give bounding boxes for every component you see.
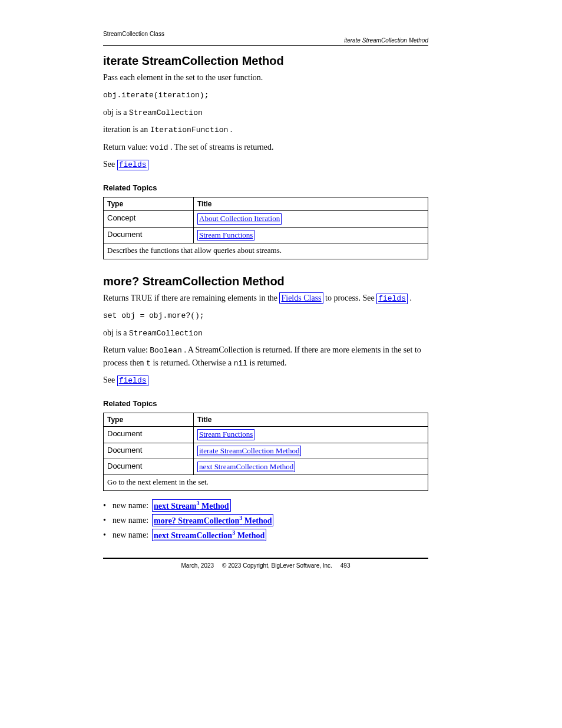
footer-date: March, 2023 <box>181 562 214 569</box>
footer-page: 493 <box>340 562 351 569</box>
iterate-iteration-tail: . <box>230 125 233 134</box>
row-desc-2: Go to the next element in the set. <box>107 477 424 487</box>
bullet-3-pre: new name: <box>113 529 148 541</box>
related-topics-2: Related Topics <box>103 399 428 408</box>
table-row: Go to the next element in the set. <box>104 475 428 491</box>
more-signature: set obj = obj.more?(); <box>103 311 204 320</box>
row-type-1-1: Document <box>104 227 194 243</box>
more-return-type: Boolean <box>150 346 182 355</box>
table-row: Document next StreamCollection Method <box>104 459 428 475</box>
more-return-after: is returned. <box>250 358 287 367</box>
bullet-icon <box>103 529 109 541</box>
table-row: Document Stream Functions <box>104 227 428 243</box>
bullet-icon <box>103 514 109 526</box>
more-obj-type: StreamCollection <box>129 329 203 338</box>
col-title-2: Title <box>194 413 428 427</box>
link-stream-functions-2[interactable]: Stream Functions <box>197 429 254 440</box>
section-iterate-title: iterate StreamCollection Method <box>103 54 428 68</box>
related-topics-1: Related Topics <box>103 183 428 192</box>
col-title-1: Title <box>194 197 428 211</box>
col-type-1: Type <box>104 197 194 211</box>
iterate-return-lead: Return value: <box>103 143 150 151</box>
bullet-2-pre: new name: <box>113 514 148 526</box>
link-next-method[interactable]: next StreamCollection Method <box>197 462 295 472</box>
link-fields-2[interactable]: fields <box>376 294 408 304</box>
iterate-obj-lead: obj is a <box>103 108 129 117</box>
iterate-see-label: See <box>103 160 117 169</box>
header-right: iterate StreamCollection Method <box>103 37 428 44</box>
table-row: Document iterate StreamCollection Method <box>104 443 428 459</box>
link-fields-1[interactable]: fields <box>117 160 148 170</box>
iterate-return-tail: . The set of streams is returned. <box>170 143 273 151</box>
more-desc-3: . <box>409 294 412 302</box>
row-desc-1: Describes the functions that allow queri… <box>107 246 424 255</box>
iterate-desc: Pass each element in the set to the user… <box>103 71 428 84</box>
iterate-related-table: Type Title Concept About Collection Iter… <box>103 197 428 259</box>
link-collection-iteration[interactable]: About Collection Iteration <box>197 213 282 224</box>
more-desc-2: to process. See <box>325 294 376 302</box>
link-iterate-method[interactable]: iterate StreamCollection Method <box>197 446 301 456</box>
row-type-2-1: Document <box>104 443 194 459</box>
link-next-streamcollection[interactable]: next StreamCollection3 Method <box>152 529 266 541</box>
table-row: Document Stream Functions <box>104 427 428 443</box>
row-type-2-2: Document <box>104 459 194 475</box>
row-type-1-0: Concept <box>104 211 194 227</box>
more-return-lead: Return value: <box>103 345 150 354</box>
more-return-t: t <box>146 359 151 368</box>
iterate-iteration-lead: iteration is an <box>103 125 150 134</box>
iterate-iteration-type: IterationFunction <box>150 126 229 134</box>
link-fields-class[interactable]: Fields Class <box>279 292 323 304</box>
table-row: Concept About Collection Iteration <box>104 211 428 227</box>
iterate-return-void: void <box>150 143 168 152</box>
section-more-title: more? StreamCollection Method <box>103 275 428 288</box>
iterate-obj-type: StreamCollection <box>129 108 203 117</box>
footer-copyright: © 2023 Copyright, BigLever Software, Inc… <box>222 562 332 569</box>
iterate-signature: obj.iterate(iteration); <box>103 91 209 100</box>
more-see-label: See <box>103 375 117 384</box>
link-fields-3[interactable]: fields <box>117 375 148 386</box>
table-row: Describes the functions that allow queri… <box>104 243 428 259</box>
more-desc-1: Returns TRUE if there are remaining elem… <box>103 294 279 302</box>
col-type-2: Type <box>104 413 194 427</box>
link-stream-functions-1[interactable]: Stream Functions <box>197 230 254 241</box>
more-obj-lead: obj is a <box>103 328 129 337</box>
footer-rule <box>103 558 428 559</box>
more-related-table: Type Title Document Stream Functions Doc… <box>103 413 428 491</box>
row-type-2-0: Document <box>104 427 194 443</box>
header-left: StreamCollection Class <box>103 31 428 37</box>
bullet-icon <box>103 499 109 512</box>
link-more-streamcollection[interactable]: more? StreamCollection3 Method <box>152 514 273 526</box>
more-return-nil: nil <box>234 359 247 368</box>
more-return-tail: is returned. Otherwise a <box>153 358 233 367</box>
bullet-1-pre: new name: <box>113 499 148 512</box>
header-rule <box>103 45 428 46</box>
link-next-stream-method[interactable]: next Stream3 Method <box>152 499 231 512</box>
